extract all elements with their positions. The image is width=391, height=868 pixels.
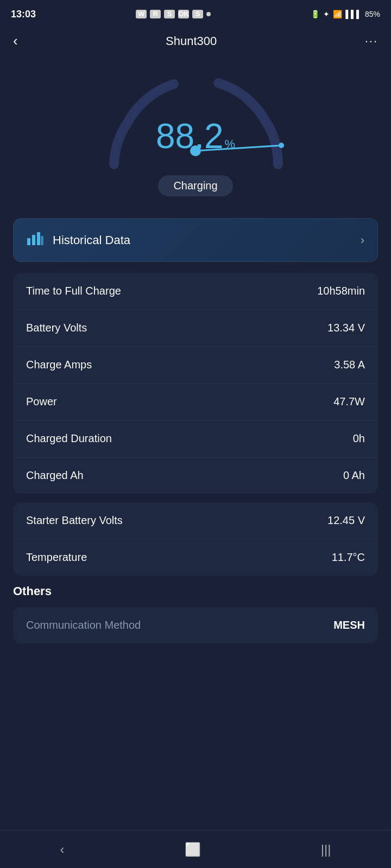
bluetooth-icon: ✦ <box>323 10 330 18</box>
charged-ah-row: Charged Ah 0 Ah <box>13 457 378 494</box>
others-title: Others <box>13 584 378 598</box>
others-section: Others Communication Method MESH <box>13 584 378 643</box>
others-card: Communication Method MESH <box>13 607 378 643</box>
charged-duration-label: Charged Duration <box>26 432 112 445</box>
dot-icon <box>206 12 211 16</box>
bar-chart-icon <box>27 231 44 250</box>
gauge-container: 88.2 % <box>81 61 310 181</box>
battery-volts-value: 13.34 V <box>327 322 365 334</box>
communication-method-value: MESH <box>333 619 365 631</box>
power-label: Power <box>26 395 57 408</box>
battery-icon: 🔋 <box>311 10 320 18</box>
back-button[interactable]: ‹ <box>13 33 18 49</box>
starter-battery-label: Starter Battery Volts <box>26 514 123 527</box>
battery-volts-label: Battery Volts <box>26 322 87 334</box>
charge-amps-value: 3.58 A <box>334 359 365 371</box>
historical-data-button[interactable]: Historical Data › <box>13 218 378 262</box>
menu-button[interactable]: ··· <box>365 34 378 48</box>
page-title: Shunt300 <box>166 34 217 48</box>
status-right: 🔋 ✦ 📶 ▌▌▌ 85% <box>311 10 380 18</box>
historical-data-label: Historical Data <box>53 233 130 247</box>
header: ‹ Shunt300 ··· <box>0 26 391 56</box>
nav-recent-button[interactable]: ||| <box>321 842 331 857</box>
sky2-icon: S <box>192 10 203 18</box>
gauge-value: 88.2 % <box>156 119 235 154</box>
charged-ah-value: 0 Ah <box>343 469 365 482</box>
charge-amps-label: Charge Amps <box>26 359 92 371</box>
communication-method-label: Communication Method <box>26 619 141 631</box>
time-to-full-charge-row: Time to Full Charge 10h58min <box>13 273 378 310</box>
svg-rect-3 <box>27 238 30 245</box>
gauge-number: 88.2 <box>156 119 224 154</box>
wifi-icon: 📶 <box>333 10 342 18</box>
status-time: 13:03 <box>11 9 36 20</box>
svg-point-2 <box>279 143 284 148</box>
power-value: 47.7W <box>333 395 365 408</box>
temperature-row: Temperature 11.7°C <box>13 539 378 576</box>
nav-home-button[interactable]: ⬜ <box>185 842 201 857</box>
charge-amps-row: Charge Amps 3.58 A <box>13 347 378 384</box>
svg-rect-6 <box>41 236 43 245</box>
temperature-value: 11.7°C <box>332 551 365 564</box>
extra-data-card: Starter Battery Volts 12.45 V Temperatur… <box>13 502 378 576</box>
temperature-label: Temperature <box>26 551 87 564</box>
starter-battery-value: 12.45 V <box>327 514 365 527</box>
battery-volts-row: Battery Volts 13.34 V <box>13 310 378 347</box>
gauge-section: 88.2 % Charging <box>0 56 391 207</box>
ok-icon: OK <box>178 10 189 18</box>
time-to-full-charge-label: Time to Full Charge <box>26 285 121 297</box>
charged-duration-row: Charged Duration 0h <box>13 420 378 457</box>
svg-rect-4 <box>32 235 35 245</box>
gauge-unit: % <box>225 137 236 151</box>
time-to-full-charge-value: 10h58min <box>317 285 365 297</box>
battery-percent: 85% <box>365 10 380 18</box>
ring-icon: R <box>150 10 161 18</box>
historical-left: Historical Data <box>27 231 130 250</box>
charged-ah-label: Charged Ah <box>26 469 84 482</box>
charging-status-text: Charging <box>173 180 217 192</box>
status-icons: W R S OK S <box>136 10 211 18</box>
historical-arrow-icon: › <box>361 233 364 247</box>
nav-back-button[interactable]: ‹ <box>60 842 65 857</box>
sky-icon: S <box>164 10 175 18</box>
signal-icon: ▌▌▌ <box>345 10 362 18</box>
power-row: Power 47.7W <box>13 384 378 420</box>
svg-rect-5 <box>37 232 40 245</box>
whatsapp-icon: W <box>136 10 147 18</box>
starter-battery-row: Starter Battery Volts 12.45 V <box>13 502 378 539</box>
bottom-nav: ‹ ⬜ ||| <box>0 830 391 868</box>
main-data-card: Time to Full Charge 10h58min Battery Vol… <box>13 273 378 494</box>
communication-method-row: Communication Method MESH <box>13 607 378 643</box>
status-bar: 13:03 W R S OK S 🔋 ✦ 📶 ▌▌▌ 85% <box>0 0 391 26</box>
charged-duration-value: 0h <box>353 432 365 445</box>
